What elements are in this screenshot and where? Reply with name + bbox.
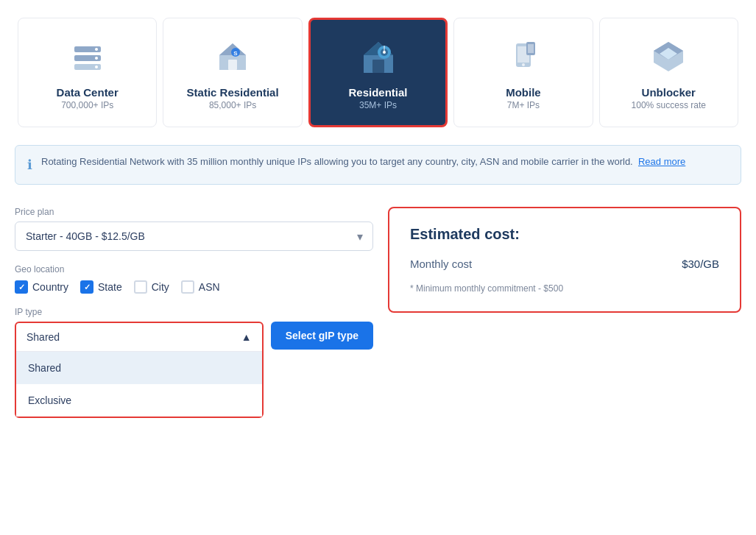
svg-rect-22 [528,44,534,53]
main-content: Price plan Starter - 40GB - $12.5/GB Gro… [0,192,756,431]
info-text: Rotating Residential Network with 35 mil… [41,155,685,169]
svg-point-3 [95,48,98,51]
geo-checkbox-state[interactable]: State [80,280,122,294]
ip-type-label: IP type [15,307,373,317]
asn-checkbox-box [181,280,194,294]
price-plan-label: Price plan [15,207,373,217]
residential-card-name: Residential [348,86,407,99]
ip-type-chevron-icon: ▲ [241,331,252,343]
svg-point-20 [522,63,525,66]
ip-type-selected-value: Shared [27,331,60,343]
state-checkbox-box [80,280,93,294]
svg-point-4 [95,57,98,60]
ip-type-header[interactable]: Shared ▲ [16,323,262,351]
geo-checkbox-city[interactable]: City [134,280,169,294]
min-commitment-text: * Minimum monthly commitment - $500 [410,283,719,294]
ip-type-row: Shared ▲ Shared Exclusive Select gIP typ… [15,322,373,418]
product-card-unblocker[interactable]: Unblocker 100% success rate [599,18,738,127]
left-panel: Price plan Starter - 40GB - $12.5/GB Gro… [15,207,373,431]
product-cards: Data Center 700,000+ IPs S Static Reside… [0,0,756,138]
product-card-datacenter[interactable]: Data Center 700,000+ IPs [18,18,157,127]
datacenter-card-name: Data Center [57,86,119,99]
datacenter-card-sub: 700,000+ IPs [61,100,113,110]
cost-row-monthly: Monthly cost $30/GB [410,258,719,270]
estimated-cost-title: Estimated cost: [410,226,719,243]
state-label: State [98,281,122,293]
page: Data Center 700,000+ IPs S Static Reside… [0,0,756,535]
monthly-cost-value: $30/GB [682,258,719,270]
unblocker-card-name: Unblocker [642,86,696,99]
ip-type-group: IP type Shared ▲ Shared Exclusive [15,307,373,418]
unblocker-card-sub: 100% success rate [632,100,706,110]
info-text-content: Rotating Residential Network with 35 mil… [41,156,633,167]
mobile-card-name: Mobile [506,86,541,99]
geo-location-label: Geo location [15,264,373,274]
info-icon: ℹ [27,155,32,175]
svg-rect-13 [372,60,384,73]
geo-location-group: Geo location Country State [15,264,373,294]
static-card-name: Static Residential [187,86,279,99]
mobile-card-sub: 7M+ IPs [507,100,540,110]
ip-type-col: Shared ▲ Shared Exclusive [15,322,264,418]
product-card-static[interactable]: S Static Residential 85,000+ IPs [163,18,302,127]
residential-card-sub: 35M+ IPs [359,100,397,110]
svg-rect-8 [228,60,237,70]
city-label: City [152,281,169,293]
price-plan-dropdown-wrapper: Starter - 40GB - $12.5/GB Growth - 100GB… [15,222,373,251]
svg-text:S: S [233,50,238,57]
geo-checkboxes: Country State City [15,280,373,294]
read-more-link[interactable]: Read more [638,156,685,167]
datacenter-icon [66,35,110,79]
product-card-mobile[interactable]: Mobile 7M+ IPs [453,18,593,127]
info-banner: ℹ Rotating Residential Network with 35 m… [15,145,741,185]
svg-point-5 [95,65,98,68]
price-plan-group: Price plan Starter - 40GB - $12.5/GB Gro… [15,207,373,251]
unblocker-icon [646,35,690,79]
ip-type-option-shared[interactable]: Shared [16,352,262,384]
monthly-cost-label: Monthly cost [410,258,472,270]
estimated-cost-box: Estimated cost: Monthly cost $30/GB * Mi… [388,207,741,313]
residential-icon [356,35,400,79]
static-card-sub: 85,000+ IPs [209,100,256,110]
ip-type-wrapper: Shared ▲ Shared Exclusive [15,322,264,418]
static-icon: S [211,35,255,79]
right-panel: Estimated cost: Monthly cost $30/GB * Mi… [388,207,741,313]
ip-type-dropdown: Shared Exclusive [16,351,262,417]
asn-label: ASN [199,281,220,293]
price-plan-select[interactable]: Starter - 40GB - $12.5/GB Growth - 100GB… [15,222,373,251]
select-gip-button[interactable]: Select gIP type [271,322,373,350]
product-card-residential[interactable]: Residential 35M+ IPs [308,18,448,127]
geo-checkbox-asn[interactable]: ASN [181,280,220,294]
ip-type-option-exclusive[interactable]: Exclusive [16,384,262,417]
city-checkbox-box [134,280,147,294]
mobile-icon [501,35,545,79]
country-label: Country [32,281,68,293]
geo-checkbox-country[interactable]: Country [15,280,68,294]
country-checkbox-box [15,280,28,294]
